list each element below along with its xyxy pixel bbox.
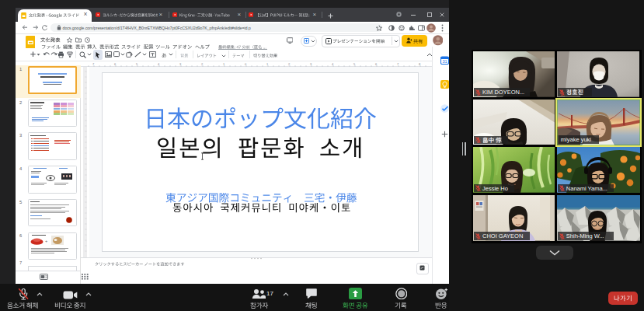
svg-text:3: 3 <box>310 61 312 65</box>
svg-text:7: 7 <box>92 61 95 65</box>
svg-text:5: 5 <box>353 61 356 65</box>
svg-text:5: 5 <box>136 61 138 65</box>
svg-text:4: 4 <box>158 61 160 65</box>
svg-text:0: 0 <box>245 61 247 65</box>
svg-text:4: 4 <box>332 61 334 65</box>
svg-text:2: 2 <box>201 61 204 65</box>
svg-text:2: 2 <box>288 61 291 65</box>
svg-text:1: 1 <box>223 61 225 65</box>
svg-text:7: 7 <box>397 61 399 65</box>
svg-text:6: 6 <box>375 61 378 65</box>
svg-text:6: 6 <box>114 61 117 65</box>
svg-text:3: 3 <box>179 61 182 65</box>
svg-text:31: 31 <box>442 59 447 64</box>
svg-text:1: 1 <box>266 61 269 65</box>
svg-text:8: 8 <box>419 61 421 65</box>
